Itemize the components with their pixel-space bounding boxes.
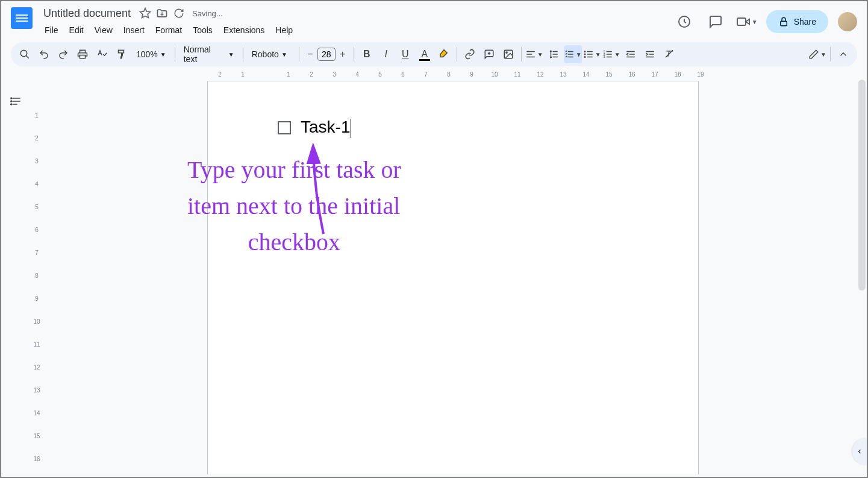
menu-edit[interactable]: Edit bbox=[64, 23, 89, 37]
menu-help[interactable]: Help bbox=[270, 23, 298, 37]
svg-point-9 bbox=[584, 51, 585, 52]
menu-format[interactable]: Format bbox=[151, 23, 187, 37]
meet-icon[interactable]: ▼ bbox=[735, 10, 759, 34]
vertical-ruler[interactable]: 12345678910111213141516 bbox=[31, 81, 42, 474]
font-increase-button[interactable]: + bbox=[336, 47, 350, 61]
zoom-select[interactable]: 100%▼ bbox=[131, 49, 171, 59]
checkbox-icon[interactable] bbox=[278, 121, 291, 134]
clear-format-icon[interactable] bbox=[660, 45, 678, 63]
menu-file[interactable]: File bbox=[40, 23, 63, 37]
bulleted-list-button[interactable]: ▼ bbox=[583, 45, 601, 63]
italic-button[interactable]: I bbox=[377, 45, 395, 63]
document-title[interactable]: Untitled document bbox=[40, 6, 134, 21]
svg-rect-5 bbox=[80, 50, 86, 53]
docs-logo[interactable] bbox=[11, 7, 33, 29]
svg-point-17 bbox=[11, 104, 12, 105]
search-icon[interactable] bbox=[16, 45, 34, 63]
history-icon[interactable] bbox=[672, 10, 696, 34]
menu-bar: File Edit View Insert Format Tools Exten… bbox=[40, 23, 672, 37]
insert-image-icon[interactable] bbox=[499, 45, 517, 63]
undo-icon[interactable] bbox=[35, 45, 53, 63]
link-icon[interactable] bbox=[461, 45, 479, 63]
document-page[interactable]: Task-1 bbox=[207, 81, 699, 474]
bold-button[interactable]: B bbox=[358, 45, 376, 63]
checklist-button[interactable]: ▼ bbox=[564, 45, 582, 63]
font-decrease-button[interactable]: − bbox=[303, 47, 317, 61]
user-avatar[interactable] bbox=[838, 12, 857, 31]
editing-mode-button[interactable]: ▼ bbox=[808, 45, 826, 63]
move-icon[interactable] bbox=[156, 7, 168, 19]
redo-icon[interactable] bbox=[54, 45, 72, 63]
collapse-toolbar-icon[interactable] bbox=[834, 45, 852, 63]
saving-status: Saving... bbox=[192, 9, 223, 18]
svg-rect-6 bbox=[80, 55, 86, 58]
font-size-input[interactable] bbox=[317, 48, 336, 61]
toolbar: 100%▼ Normal text▼ Roboto▼ − + B I U A ▼… bbox=[11, 42, 857, 66]
menu-extensions[interactable]: Extensions bbox=[219, 23, 269, 37]
highlight-button[interactable] bbox=[435, 45, 453, 63]
scrollbar[interactable] bbox=[858, 80, 866, 291]
svg-point-15 bbox=[11, 98, 12, 99]
add-comment-icon[interactable] bbox=[480, 45, 498, 63]
svg-point-8 bbox=[506, 52, 507, 53]
share-button[interactable]: Share bbox=[766, 10, 828, 33]
spellcheck-icon[interactable] bbox=[93, 45, 111, 63]
numbered-list-button[interactable]: 123▼ bbox=[602, 45, 620, 63]
align-button[interactable]: ▼ bbox=[525, 45, 543, 63]
indent-increase-icon[interactable] bbox=[641, 45, 659, 63]
svg-text:3: 3 bbox=[603, 55, 605, 58]
svg-point-4 bbox=[20, 50, 27, 57]
outline-icon[interactable] bbox=[10, 95, 22, 474]
menu-view[interactable]: View bbox=[90, 23, 117, 37]
line-spacing-icon[interactable] bbox=[545, 45, 563, 63]
font-select[interactable]: Roboto▼ bbox=[247, 49, 295, 59]
share-label: Share bbox=[794, 17, 816, 27]
text-color-button[interactable]: A bbox=[416, 45, 434, 63]
menu-insert[interactable]: Insert bbox=[119, 23, 149, 37]
svg-rect-2 bbox=[737, 18, 746, 25]
comments-icon[interactable] bbox=[704, 10, 728, 34]
paint-format-icon[interactable] bbox=[112, 45, 130, 63]
horizontal-ruler[interactable]: 2112345678910111213141516171819 bbox=[31, 71, 867, 81]
print-icon[interactable] bbox=[73, 45, 92, 63]
cloud-status-icon[interactable] bbox=[173, 7, 185, 19]
svg-point-16 bbox=[11, 101, 12, 102]
indent-decrease-icon[interactable] bbox=[622, 45, 640, 63]
menu-tools[interactable]: Tools bbox=[188, 23, 217, 37]
style-select[interactable]: Normal text▼ bbox=[179, 45, 239, 64]
task-text[interactable]: Task-1 bbox=[301, 118, 351, 138]
star-icon[interactable] bbox=[139, 7, 151, 19]
underline-button[interactable]: U bbox=[396, 45, 414, 63]
svg-rect-3 bbox=[780, 21, 787, 26]
svg-point-11 bbox=[584, 57, 585, 58]
svg-point-10 bbox=[584, 54, 585, 55]
svg-marker-0 bbox=[140, 8, 151, 18]
checklist-item[interactable]: Task-1 bbox=[278, 118, 640, 138]
